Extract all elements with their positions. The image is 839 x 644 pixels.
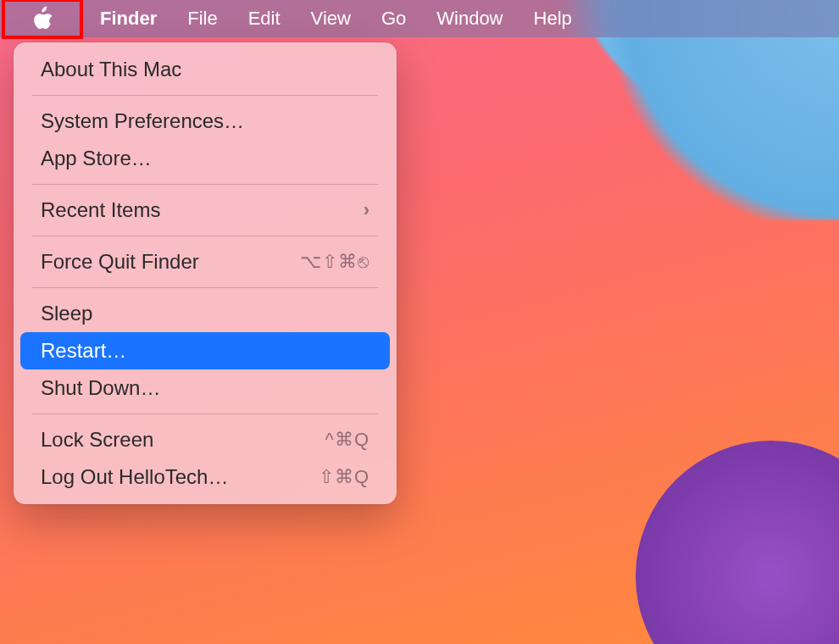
menubar-item-go[interactable]: Go [366,0,421,37]
menubar-item-edit[interactable]: Edit [233,0,296,37]
menu-item-label: About This Mac [41,58,181,81]
menu-item-log-out[interactable]: Log Out HelloTech… ⇧⌘Q [20,458,390,496]
menu-shortcut: ⌥⇧⌘⎋ [300,251,369,273]
menubar: Finder File Edit View Go Window Help [0,0,839,37]
menu-item-recent-items[interactable]: Recent Items › [20,192,390,229]
menu-item-shut-down[interactable]: Shut Down… [20,369,390,407]
menu-item-label: System Preferences… [41,109,244,133]
menu-item-label: Recent Items [41,198,160,222]
menu-item-label: Force Quit Finder [41,250,199,274]
chevron-right-icon: › [364,199,369,221]
menubar-app-name[interactable]: Finder [85,0,172,37]
menu-item-app-store[interactable]: App Store… [20,140,390,177]
menu-item-label: Log Out HelloTech… [41,465,228,489]
menu-separator [32,287,378,288]
menu-item-label: Lock Screen [41,428,153,452]
menu-item-about-this-mac[interactable]: About This Mac [20,51,390,88]
menubar-item-view[interactable]: View [296,0,366,37]
apple-menu-dropdown: About This Mac System Preferences… App S… [14,42,397,504]
menubar-item-file[interactable]: File [172,0,232,37]
menu-item-label: Shut Down… [41,376,160,400]
menu-item-label: Sleep [41,302,92,325]
menu-item-label: App Store… [41,147,152,170]
menubar-item-window[interactable]: Window [421,0,518,37]
menu-item-system-preferences[interactable]: System Preferences… [20,103,390,140]
menu-separator [32,184,378,185]
menu-separator [32,95,378,96]
menu-separator [32,414,378,414]
menubar-item-help[interactable]: Help [519,0,587,37]
menu-shortcut: ^⌘Q [325,429,369,451]
menu-item-restart[interactable]: Restart… [20,332,390,369]
menu-item-label: Restart… [41,339,126,363]
menu-shortcut: ⇧⌘Q [319,466,369,488]
menu-item-sleep[interactable]: Sleep [20,295,390,332]
apple-menu-button[interactable] [0,0,85,37]
menu-separator [32,236,378,236]
menu-item-force-quit[interactable]: Force Quit Finder ⌥⇧⌘⎋ [20,243,390,280]
apple-logo-icon [31,6,53,31]
menu-item-lock-screen[interactable]: Lock Screen ^⌘Q [20,421,390,458]
